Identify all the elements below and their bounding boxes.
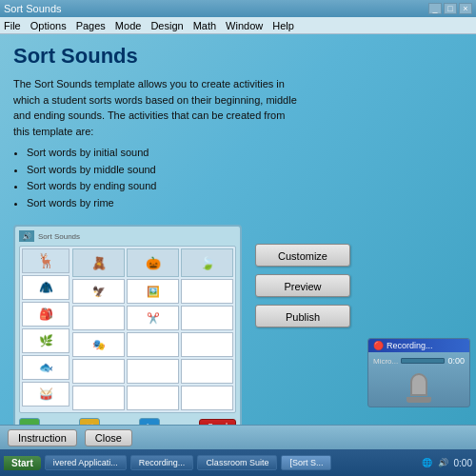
source-cell-6: 🥁	[22, 382, 69, 407]
network-icon: 🌐	[422, 458, 432, 467]
col3-cell4	[181, 359, 233, 384]
taskbar-item-4[interactable]: [Sort S...	[281, 455, 331, 470]
recording-slider[interactable]	[401, 358, 445, 364]
source-cell-deer: 🦌	[22, 248, 69, 273]
menu-math[interactable]: Math	[193, 20, 216, 31]
publish-button[interactable]: Publish	[255, 305, 350, 327]
sort-col-2: 🎃 🖼️ ✂️	[127, 248, 179, 410]
taskbar-item-3[interactable]: Classroom Suite	[197, 455, 277, 470]
content-section: 🔊 Sort Sounds 🦌 🧥 🎒 🌿 🐟 🥁	[13, 225, 463, 441]
speaker-icon: 🔊	[19, 230, 34, 242]
title-bar: Sort Sounds _ □ ×	[0, 0, 476, 17]
recording-slider-label: Micro...	[373, 357, 398, 366]
activity-preview-box: 🔊 Sort Sounds 🦌 🧥 🎒 🌿 🐟 🥁	[13, 225, 242, 441]
col1-cell3: 🎭	[72, 332, 125, 357]
activity-item-3: Sort words by ending sound	[27, 178, 463, 195]
menu-pages[interactable]: Pages	[76, 20, 106, 31]
title-bar-buttons: _ □ ×	[428, 3, 472, 14]
title-bar-text: Sort Sounds	[4, 3, 62, 14]
recording-panel: 🔴 Recording... Micro... 0:00	[367, 338, 470, 407]
menu-design[interactable]: Design	[150, 20, 183, 31]
toolbar-label: Sort Sounds	[38, 232, 80, 241]
microphone-icon	[406, 368, 432, 403]
microphone-area	[373, 368, 465, 403]
col3-cell5	[181, 386, 233, 410]
col2-header: 🎃	[127, 248, 179, 277]
col2-cell3	[127, 332, 179, 357]
taskbar-right: 🌐 🔊 0:00	[422, 458, 472, 468]
col2-cell5	[127, 386, 179, 410]
source-cell-3: 🎒	[22, 302, 69, 327]
page-title: Sort Sounds	[13, 44, 463, 69]
preview-toolbar: 🔊 Sort Sounds	[19, 230, 236, 242]
close-bottom-button[interactable]: Close	[85, 429, 132, 446]
source-cell-4: 🌿	[22, 328, 69, 353]
start-button[interactable]: Start	[4, 456, 41, 470]
menu-options[interactable]: Options	[30, 20, 67, 31]
main-content: Sort Sounds The Sort Sounds template all…	[0, 34, 476, 450]
maximize-button[interactable]: □	[444, 3, 457, 14]
col2-cell4	[127, 359, 179, 384]
activities-list: Sort words by initial sound Sort words b…	[27, 145, 463, 211]
taskbar: Start ivered Applicati... Recording... C…	[0, 449, 476, 476]
sort-col-1: 🧸 🦅 🎭	[72, 248, 125, 410]
taskbar-item-1[interactable]: ivered Applicati...	[45, 455, 127, 470]
recording-icon: 🔴	[373, 341, 384, 350]
menu-bar: File Options Pages Mode Design Math Wind…	[0, 17, 476, 34]
menu-help[interactable]: Help	[272, 20, 294, 31]
description-text: The Sort Sounds template allows you to c…	[13, 76, 299, 139]
preview-button[interactable]: Preview	[255, 274, 350, 297]
recording-timer: 0:00	[447, 356, 465, 366]
recording-slider-row: Micro... 0:00	[373, 356, 465, 366]
source-column: 🦌 🧥 🎒 🌿 🐟 🥁	[22, 248, 69, 410]
taskbar-clock: 0:00	[454, 458, 472, 468]
close-button[interactable]: ×	[459, 3, 472, 14]
col2-cell1: 🖼️	[127, 279, 179, 304]
recording-body: Micro... 0:00	[368, 352, 469, 407]
col1-cell5	[72, 386, 125, 410]
col1-header: 🧸	[72, 248, 125, 277]
col2-cell2: ✂️	[127, 306, 179, 330]
col3-header: 🍃	[181, 248, 233, 277]
menu-mode[interactable]: Mode	[115, 20, 142, 31]
col3-cell1	[181, 279, 233, 304]
activity-item-4: Sort words by rime	[27, 195, 463, 212]
source-cell-2: 🧥	[22, 275, 69, 300]
bottom-action-bar: Instruction Close	[0, 425, 476, 449]
col3-cell3	[181, 332, 233, 357]
col3-cell2	[181, 306, 233, 330]
col1-cell4	[72, 359, 125, 384]
recording-title-bar: 🔴 Recording...	[368, 339, 469, 352]
volume-icon: 🔊	[438, 458, 448, 467]
activity-item-1: Sort words by initial sound	[27, 145, 463, 162]
customize-button[interactable]: Customize	[255, 244, 350, 267]
col1-cell1: 🦅	[72, 279, 125, 304]
sort-col-3: 🍃	[181, 248, 233, 410]
source-cell-5: 🐟	[22, 355, 69, 380]
menu-window[interactable]: Window	[226, 20, 263, 31]
minimize-button[interactable]: _	[428, 3, 442, 14]
right-buttons: Customize Preview Publish	[255, 225, 350, 441]
menu-file[interactable]: File	[4, 20, 21, 31]
recording-title-text: Recording...	[387, 341, 433, 350]
sort-columns: 🧸 🦅 🎭 🎃 🖼️ ✂️	[72, 248, 233, 410]
col1-cell2	[72, 306, 125, 330]
activity-item-2: Sort words by middle sound	[27, 162, 463, 179]
taskbar-item-2[interactable]: Recording...	[130, 455, 194, 470]
instruction-button[interactable]: Instruction	[8, 429, 77, 446]
